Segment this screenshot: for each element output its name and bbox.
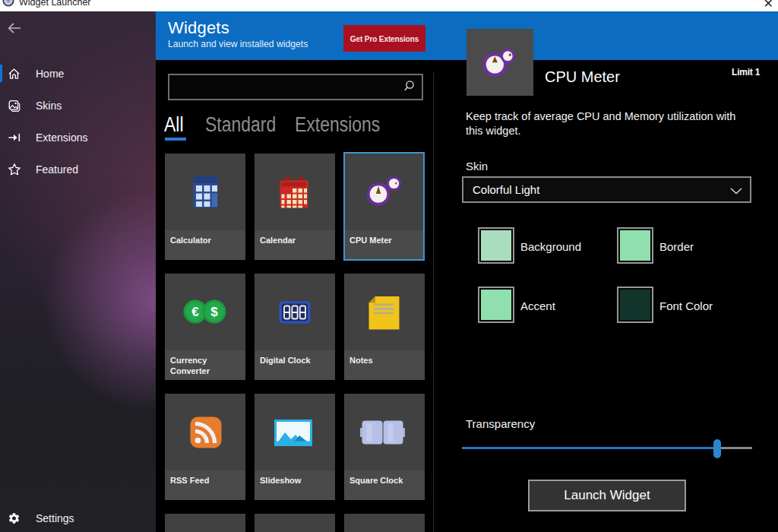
svg-text:$: $ xyxy=(210,305,218,319)
svg-text:€: € xyxy=(191,305,199,319)
